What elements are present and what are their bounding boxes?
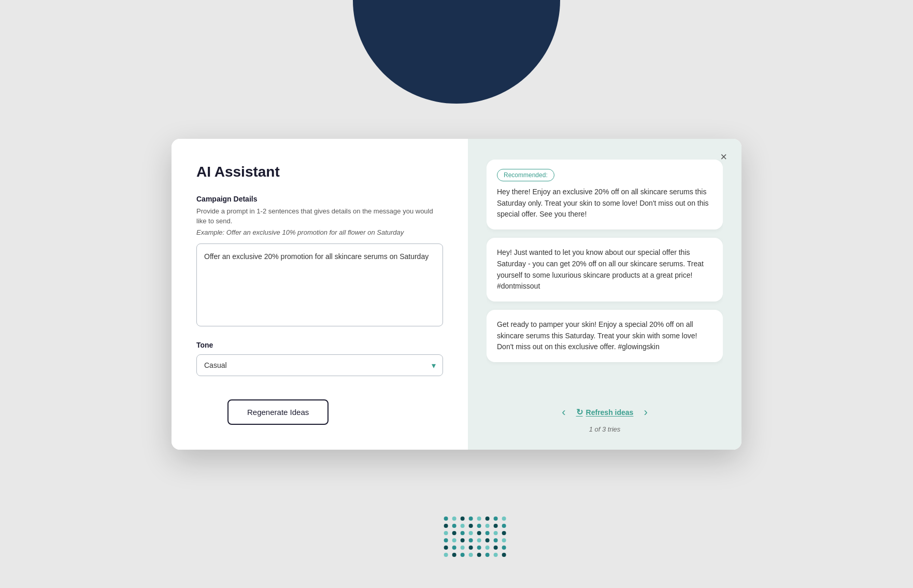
tone-section: Tone Casual Formal Friendly Professional… [196,341,443,376]
message-text-2: Hey! Just wanted to let you know about o… [497,247,712,292]
next-button[interactable]: › [637,404,653,421]
page-title: AI Assistant [196,164,443,180]
message-card-3[interactable]: Get ready to pamper your skin! Enjoy a s… [487,310,723,362]
message-text-1: Hey there! Enjoy an exclusive 20% off on… [497,187,712,220]
prev-button[interactable]: ‹ [555,404,572,421]
campaign-details-description: Provide a prompt in 1-2 sentences that g… [196,206,443,226]
refresh-ideas-button[interactable]: ↻ Refresh ideas [572,405,638,419]
tone-select-wrapper: Casual Formal Friendly Professional ▾ [196,354,443,376]
campaign-details-example: Example: Offer an exclusive 10% promotio… [196,228,443,236]
message-text-3: Get ready to pamper your skin! Enjoy a s… [497,319,712,353]
dot-grid-decoration [444,517,507,557]
tries-counter: 1 of 3 tries [487,425,723,433]
message-cards-container: Recommended: Hey there! Enjoy an exclusi… [487,160,723,393]
message-card-1[interactable]: Recommended: Hey there! Enjoy an exclusi… [487,160,723,230]
message-card-2[interactable]: Hey! Just wanted to let you know about o… [487,238,723,302]
modal-container: AI Assistant Campaign Details Provide a … [172,139,741,450]
bg-semicircle [353,0,560,104]
refresh-ideas-label: Refresh ideas [586,408,634,417]
regenerate-ideas-button[interactable]: Regenerate Ideas [227,399,329,425]
right-panel: × Recommended: Hey there! Enjoy an exclu… [468,139,741,450]
left-panel: AI Assistant Campaign Details Provide a … [172,139,468,450]
tone-select[interactable]: Casual Formal Friendly Professional [196,354,443,376]
refresh-icon: ↻ [576,407,583,417]
campaign-prompt-textarea[interactable]: Offer an exclusive 20% promotion for all… [196,243,443,326]
navigation-area: ‹ ↻ Refresh ideas › [487,404,723,421]
tone-label: Tone [196,341,443,349]
campaign-details-label: Campaign Details [196,195,443,203]
recommended-badge: Recommended: [497,169,554,182]
